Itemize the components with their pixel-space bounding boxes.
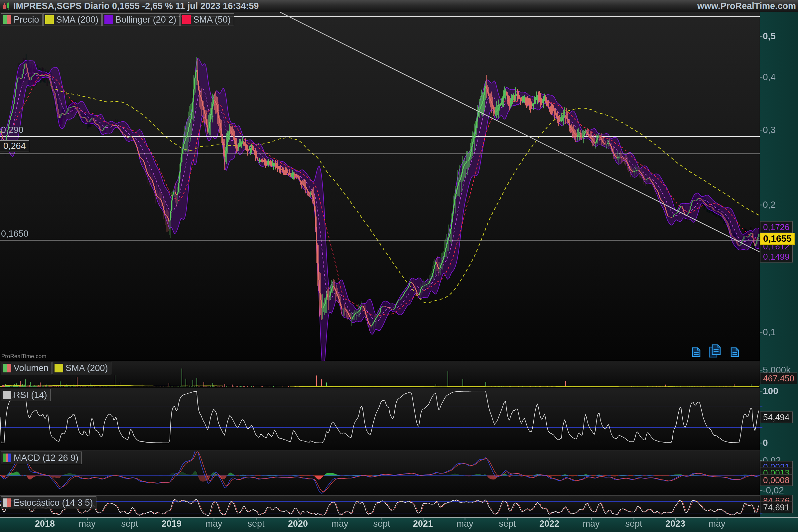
rsi-bottom-label: 0	[763, 438, 768, 448]
macd-swatch-icon	[3, 454, 11, 462]
chart-canvas[interactable]	[0, 0, 798, 532]
rsi-current-tag: 54,494	[760, 412, 793, 423]
macd-legend: MACD (12 26 9)	[1, 452, 82, 464]
volume-swatch-icon	[3, 364, 11, 373]
x-axis-label: may	[708, 519, 725, 529]
legend-chip-sma200[interactable]: SMA (200)	[53, 362, 111, 374]
legend-label: RSI (14)	[14, 391, 47, 400]
legend-label: Bollinger (20 2)	[115, 15, 176, 24]
x-axis-label: sept	[247, 519, 264, 529]
legend-chip-price[interactable]: Precio	[1, 13, 42, 26]
x-axis-label: may	[205, 519, 222, 529]
x-axis-label: may	[331, 519, 348, 529]
macd-bottom-label: -0,02	[763, 485, 784, 496]
x-axis-label: 2021	[413, 519, 433, 529]
price-tag-bollinger-upper: 0,1726	[760, 222, 793, 233]
legend-label: Volumen	[14, 364, 49, 373]
x-axis-label: sept	[499, 519, 516, 529]
sma200-swatch-icon	[55, 364, 63, 373]
x-axis-label: 2020	[288, 519, 308, 529]
legend-label: Precio	[14, 15, 39, 24]
legend-chip-sma50[interactable]: SMA (50)	[180, 13, 234, 26]
x-axis-label: may	[78, 519, 95, 529]
prorealtime-window: IMPRESA,SGPS Diario 0,1655 -2,65 % 11 ju…	[0, 0, 798, 532]
price-tick-label: 0,5	[763, 31, 776, 41]
legend-label: SMA (200)	[65, 364, 108, 373]
x-axis-label: 2022	[539, 519, 559, 529]
document-icon[interactable]	[730, 347, 740, 357]
volume-current-tag: 467.450	[760, 373, 797, 384]
volume-legend: VolumenSMA (200)	[1, 362, 111, 374]
prorealtime-watermark: ProRealTime.com	[1, 353, 46, 360]
stoch-swatch-icon	[3, 498, 11, 507]
rsi-top-label: 100	[763, 386, 778, 396]
sma50-swatch-icon	[182, 15, 191, 24]
price-tick-label: 0,1	[763, 327, 776, 338]
legend-label: SMA (50)	[193, 15, 231, 24]
x-axis-label: 2018	[35, 519, 55, 529]
price-tag-bollinger-lower: 0,1499	[760, 251, 793, 263]
bollinger-swatch-icon	[104, 15, 113, 24]
legend-label: Estocástico (14 3 5)	[14, 498, 93, 507]
legend-chip-bollinger[interactable]: Bollinger (20 2)	[102, 13, 179, 26]
documents-stack-icon[interactable]	[708, 344, 723, 358]
price-swatch-icon	[3, 15, 11, 24]
x-axis-label: sept	[121, 519, 138, 529]
legend-chip-volume[interactable]: Volumen	[1, 362, 52, 374]
stochastic-legend: Estocástico (14 3 5)	[1, 496, 96, 509]
price-tick-label: 0,3	[763, 125, 776, 135]
macd-value-tag: 0,0008	[760, 474, 793, 486]
rsi-legend: RSI (14)	[1, 389, 51, 401]
x-axis-label: sept	[373, 519, 390, 529]
level-label: 0,290	[1, 125, 24, 135]
legend-label: MACD (12 26 9)	[14, 454, 78, 462]
x-axis-label: may	[456, 519, 473, 529]
legend-chip-stoch[interactable]: Estocástico (14 3 5)	[1, 496, 96, 509]
legend-chip-macd[interactable]: MACD (12 26 9)	[1, 452, 82, 464]
document-icon[interactable]	[691, 347, 701, 357]
level-label: 0,1650	[1, 229, 28, 239]
level-label: 0,264	[0, 140, 29, 152]
stochastic-value-tag: 74,691	[760, 502, 793, 513]
price-tag-last-price: 0,1655	[760, 233, 795, 245]
sma200-swatch-icon	[45, 15, 54, 24]
price-tick-label: 0,4	[763, 72, 776, 82]
price-tick-label: 0,2	[763, 200, 776, 210]
main-legend: PrecioSMA (200)Bollinger (20 2)SMA (50)	[1, 13, 234, 26]
rsi-swatch-icon	[3, 391, 11, 399]
x-axis-label: 2019	[162, 519, 182, 529]
legend-label: SMA (200)	[56, 15, 99, 24]
legend-chip-rsi[interactable]: RSI (14)	[1, 389, 51, 401]
x-axis-label: may	[583, 519, 600, 529]
x-axis-label: 2023	[665, 519, 685, 529]
x-axis-label: sept	[625, 519, 642, 529]
legend-chip-sma200[interactable]: SMA (200)	[43, 13, 102, 26]
